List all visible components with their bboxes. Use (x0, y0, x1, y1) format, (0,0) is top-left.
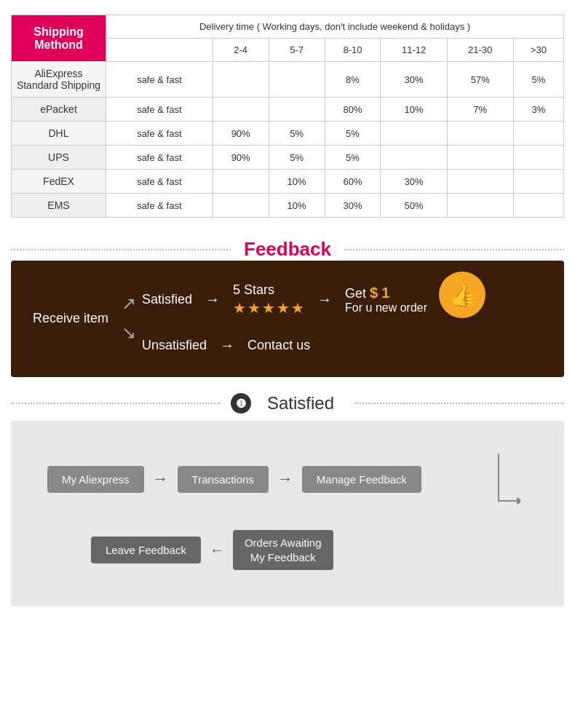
cell-f4 (447, 194, 513, 218)
thumbs-up-circle: 👍 (439, 272, 485, 318)
cell-a1 (269, 62, 325, 98)
cell-d5 (513, 146, 563, 170)
corner-arrow-svg (491, 450, 520, 508)
leave-feedback-button[interactable]: Leave Feedback (91, 537, 201, 563)
cell-a2: 8% (325, 62, 381, 98)
dotted-line-right (344, 249, 564, 250)
cell-e3: 30% (381, 170, 447, 194)
cell-d2: 5% (325, 146, 381, 170)
star-1: ★ (233, 299, 246, 317)
cell-b2: 80% (325, 98, 381, 122)
orders-awaiting-button[interactable]: Orders Awaiting My Feedback (233, 530, 333, 570)
five-stars-label: 5 Stars (233, 282, 274, 298)
cell-d1: 5% (269, 146, 325, 170)
method-ems: EMS (12, 194, 106, 218)
day-30-plus: >30 (513, 39, 563, 62)
cell-c0: 90% (213, 122, 269, 146)
arrow-step-2-3: → (277, 470, 293, 488)
cell-e4 (447, 170, 513, 194)
quality-aliexpress: safe & fast (106, 62, 213, 98)
cell-a3: 30% (381, 62, 447, 98)
shipping-method-header: Shipping Methond (12, 15, 106, 62)
quality-epacket: safe & fast (106, 98, 213, 122)
reward-amount: 1 (381, 285, 389, 301)
reward-text-block: Get $ 1 For u new order (345, 285, 427, 314)
satisfied-title-row: ❶ Satisfied (0, 393, 575, 414)
cell-a4: 57% (447, 62, 513, 98)
shipping-table: Shipping Methond Delivery time ( Working… (11, 15, 564, 218)
upper-branch-arrow: ↗ (122, 295, 136, 312)
flow-steps-box: My Aliexpress → Transactions → Manage Fe… (11, 421, 564, 606)
steps-diagram: My Aliexpress → Transactions → Manage Fe… (33, 450, 542, 570)
lower-branch-arrow: ↘ (122, 324, 136, 341)
arrow-to-reward: → (317, 291, 332, 308)
quality-fedex: safe & fast (106, 170, 213, 194)
reward-dollar: $ (370, 285, 378, 301)
star-3: ★ (262, 299, 275, 317)
dotted-line-left (11, 249, 231, 250)
unsatisfied-label: Unsatisfied (142, 338, 207, 353)
quality-dhl: safe & fast (106, 122, 213, 146)
satisfied-title: Satisfied (257, 393, 344, 414)
cell-c3 (381, 122, 447, 146)
cell-b3: 10% (381, 98, 447, 122)
contact-us-label: Contact us (247, 338, 310, 353)
day-5-7: 5-7 (269, 39, 325, 62)
cell-f1: 10% (269, 194, 325, 218)
cell-a5: 5% (513, 62, 563, 98)
day-21-30: 21-30 (447, 39, 513, 62)
day-range-col (106, 39, 213, 62)
cell-e5 (513, 170, 563, 194)
day-11-12: 11-12 (381, 39, 447, 62)
cell-f0 (213, 194, 269, 218)
satisfied-number: ❶ (231, 393, 251, 414)
cell-e0 (213, 170, 269, 194)
quality-ems: safe & fast (106, 194, 213, 218)
cell-f3: 50% (381, 194, 447, 218)
reward-get: Get $ 1 (345, 286, 389, 301)
reward-for-order: For u new order (345, 301, 427, 314)
cell-d0: 90% (213, 146, 269, 170)
cell-b5: 3% (513, 98, 563, 122)
cell-c2: 5% (325, 122, 381, 146)
cell-d4 (447, 146, 513, 170)
star-5: ★ (291, 299, 304, 317)
star-2: ★ (247, 299, 261, 317)
cell-b4: 7% (447, 98, 513, 122)
feedback-title-row: Feedback (0, 238, 575, 261)
quality-ups: safe & fast (106, 146, 213, 170)
my-aliexpress-button[interactable]: My Aliexpress (47, 466, 144, 493)
dotted-line-sat-left (11, 403, 221, 404)
arrow-to-contact: → (220, 337, 234, 354)
cell-b1 (269, 98, 325, 122)
star-4: ★ (277, 299, 290, 317)
method-fedex: FedEX (12, 170, 106, 194)
manage-feedback-button[interactable]: Manage Feedback (302, 466, 421, 493)
shipping-delivery-header: Delivery time ( Working days, don't incl… (106, 15, 564, 39)
day-2-4: 2-4 (213, 39, 269, 62)
cell-a0 (213, 62, 269, 98)
arrow-to-stars: → (205, 291, 220, 308)
day-8-10: 8-10 (325, 39, 381, 62)
method-dhl: DHL (12, 122, 106, 146)
method-epacket: ePacket (12, 98, 106, 122)
method-aliexpress: AliExpress Standard Shipping (12, 62, 106, 98)
arrow-step-4-5: ← (210, 542, 224, 558)
feedback-title: Feedback (231, 238, 344, 261)
transactions-button[interactable]: Transactions (178, 466, 269, 493)
cell-d3 (381, 146, 447, 170)
cell-e2: 60% (325, 170, 381, 194)
shipping-section: Shipping Methond Delivery time ( Working… (0, 0, 575, 225)
thumbs-up-icon: 👍 (449, 282, 476, 308)
cell-c1: 5% (269, 122, 325, 146)
steps-bottom-row: Leave Feedback ← Orders Awaiting My Feed… (33, 530, 542, 570)
satisfied-label: Satisfied (142, 292, 192, 307)
arrow-step-1-2: → (153, 470, 169, 488)
cell-c4 (447, 122, 513, 146)
cell-f2: 30% (325, 194, 381, 218)
feedback-flow-box: Receive item ↗ ↘ Satisfied → 5 Stars ★ ★… (11, 261, 564, 377)
receive-item-label: Receive item (33, 311, 108, 326)
steps-top-row: My Aliexpress → Transactions → Manage Fe… (33, 450, 542, 508)
cell-e1: 10% (269, 170, 325, 194)
method-ups: UPS (12, 146, 106, 170)
